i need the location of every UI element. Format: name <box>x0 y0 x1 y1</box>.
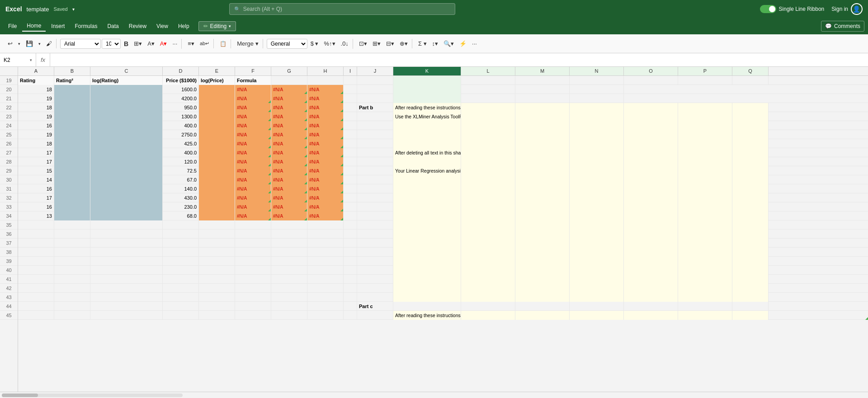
cell-D23[interactable]: 1300.0 <box>163 112 199 121</box>
h-scrollbar-thumb[interactable] <box>2 393 38 397</box>
cell-F31[interactable]: #N/A <box>235 184 271 193</box>
comments-button[interactable]: 💬 Comments <box>821 21 864 32</box>
cell-C35[interactable] <box>90 220 163 229</box>
cell-row36[interactable] <box>163 229 199 239</box>
cell-O31[interactable] <box>624 184 678 193</box>
cell-I20[interactable] <box>344 85 357 94</box>
cell-row39[interactable] <box>90 257 163 266</box>
cell-Q22[interactable] <box>732 103 769 112</box>
cell-C25[interactable] <box>90 130 163 139</box>
cell-row37[interactable] <box>199 239 235 248</box>
cell-row37[interactable] <box>163 239 199 248</box>
col-header-O[interactable]: O <box>624 67 678 75</box>
cell-row41[interactable] <box>54 275 90 284</box>
cell-L20[interactable] <box>461 85 515 94</box>
cell-D22[interactable]: 950.0 <box>163 103 199 112</box>
cell-F19[interactable]: Formula <box>235 76 271 85</box>
cell-row39[interactable] <box>271 257 307 266</box>
menu-item-data[interactable]: Data <box>103 21 123 31</box>
cell-row43[interactable] <box>199 293 235 302</box>
brush-button[interactable]: 🖌 <box>44 39 54 48</box>
cell-row38[interactable] <box>163 248 199 257</box>
cell-N19[interactable] <box>570 76 624 85</box>
cell-B25[interactable] <box>54 130 90 139</box>
cell-K26[interactable] <box>393 139 461 148</box>
cell-Q32[interactable] <box>732 193 769 202</box>
undo-button[interactable]: ↩ <box>5 39 15 48</box>
cell-Q28[interactable] <box>732 157 769 166</box>
cell-O45[interactable] <box>624 311 678 320</box>
cell-D27[interactable]: 400.0 <box>163 148 199 157</box>
cell-O29[interactable] <box>624 166 678 175</box>
menu-item-review[interactable]: Review <box>124 21 151 31</box>
cell-A28[interactable]: 17 <box>18 157 54 166</box>
col-header-L[interactable]: L <box>461 67 515 75</box>
search-box[interactable]: 🔍 Search (Alt + Q) <box>229 3 455 15</box>
undo-chevron[interactable]: ▾ <box>16 40 23 47</box>
cell-E27[interactable] <box>199 148 235 157</box>
cell-row37[interactable] <box>271 239 307 248</box>
cell-L27[interactable] <box>461 148 515 157</box>
cell-row43[interactable] <box>624 293 678 302</box>
cell-K20[interactable] <box>393 85 461 94</box>
cell-row39[interactable] <box>624 257 678 266</box>
cell-K31[interactable] <box>393 184 461 193</box>
cell-Q24[interactable] <box>732 121 769 130</box>
cell-row39[interactable] <box>54 257 90 266</box>
cell-D44[interactable] <box>163 302 199 311</box>
col-header-E[interactable]: E <box>199 67 235 75</box>
cell-H28[interactable]: #N/A <box>307 157 344 166</box>
col-header-I[interactable]: I <box>344 67 357 75</box>
cell-J32[interactable] <box>357 193 393 202</box>
cell-row37[interactable] <box>18 239 54 248</box>
cell-A27[interactable]: 17 <box>18 148 54 157</box>
cell-I28[interactable] <box>344 157 357 166</box>
cell-B30[interactable] <box>54 175 90 184</box>
col-header-P[interactable]: P <box>678 67 732 75</box>
cell-B19[interactable]: Rating² <box>54 76 90 85</box>
cell-row38[interactable] <box>461 248 515 257</box>
cell-J34[interactable] <box>357 211 393 220</box>
cell-row40[interactable] <box>18 266 54 275</box>
title-chevron-icon[interactable]: ▾ <box>72 7 75 12</box>
cell-D24[interactable]: 400.0 <box>163 121 199 130</box>
col-header-D[interactable]: D <box>163 67 199 75</box>
menu-item-home[interactable]: Home <box>22 21 46 32</box>
cell-D35[interactable] <box>163 220 199 229</box>
cell-row38[interactable] <box>307 248 344 257</box>
cell-L25[interactable] <box>461 130 515 139</box>
cell-row36[interactable] <box>678 229 732 239</box>
decimal-dec-button[interactable]: .0↓ <box>339 39 351 48</box>
cell-row37[interactable] <box>732 239 769 248</box>
col-header-M[interactable]: M <box>515 67 570 75</box>
cell-H33[interactable]: #N/A <box>307 202 344 211</box>
cell-F20[interactable]: #N/A <box>235 85 271 94</box>
cell-I27[interactable] <box>344 148 357 157</box>
cell-M45[interactable] <box>515 311 570 320</box>
cell-C26[interactable] <box>90 139 163 148</box>
cell-D31[interactable]: 140.0 <box>163 184 199 193</box>
cell-P29[interactable] <box>678 166 732 175</box>
cell-G28[interactable]: #N/A <box>271 157 307 166</box>
cell-B20[interactable] <box>54 85 90 94</box>
cell-C44[interactable] <box>90 302 163 311</box>
cell-row39[interactable] <box>732 257 769 266</box>
cell-row39[interactable] <box>570 257 624 266</box>
cell-P27[interactable] <box>678 148 732 157</box>
cell-I30[interactable] <box>344 175 357 184</box>
cell-D32[interactable]: 430.0 <box>163 193 199 202</box>
cell-row36[interactable] <box>624 229 678 239</box>
cell-H44[interactable] <box>307 302 344 311</box>
cell-K21[interactable] <box>393 94 461 103</box>
cell-G29[interactable]: #N/A <box>271 166 307 175</box>
save-chevron[interactable]: ▾ <box>36 40 43 47</box>
cell-K29[interactable]: Your Linear Regression analysis output s… <box>393 166 461 175</box>
cell-L26[interactable] <box>461 139 515 148</box>
cell-M25[interactable] <box>515 130 570 139</box>
cell-A19[interactable]: Rating <box>18 76 54 85</box>
cell-K33[interactable] <box>393 202 461 211</box>
cell-L28[interactable] <box>461 157 515 166</box>
cell-G32[interactable]: #N/A <box>271 193 307 202</box>
cell-I19[interactable] <box>344 76 357 85</box>
cell-M33[interactable] <box>515 202 570 211</box>
